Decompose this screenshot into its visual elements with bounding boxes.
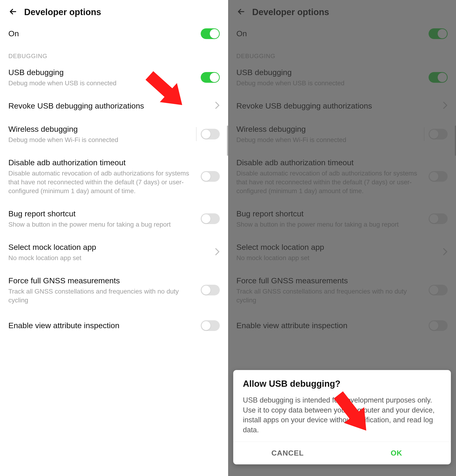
usb-debugging-sub: Debug mode when USB is connected (8, 79, 196, 88)
page-title: Developer options (24, 7, 101, 17)
bug-shortcut-title: Bug report shortcut (8, 208, 196, 219)
adb-timeout-row[interactable]: Disable adb authorization timeout Disabl… (8, 151, 220, 202)
gnss-title: Force full GNSS measurements (8, 275, 196, 286)
wireless-debugging-row[interactable]: Wireless debugging Debug mode when Wi-Fi… (8, 117, 220, 151)
bug-shortcut-sub: Show a button in the power menu for taki… (8, 220, 196, 229)
section-debugging-label: DEBUGGING (8, 52, 220, 60)
mock-loc-sub: No mock location app set (8, 254, 210, 262)
ok-button[interactable]: OK (342, 442, 451, 464)
toggle-on-icon[interactable] (201, 28, 220, 39)
developer-options-master-toggle[interactable]: On (8, 22, 220, 46)
cancel-button[interactable]: CANCEL (233, 442, 342, 464)
bug-shortcut-toggle[interactable] (201, 213, 220, 224)
dialog-title: Allow USB debugging? (243, 379, 441, 389)
chevron-right-icon (215, 101, 220, 110)
wireless-title: Wireless debugging (8, 124, 196, 134)
right-screenshot: Developer options On DEBUGGING USB debug… (228, 0, 456, 476)
left-screenshot: Developer options On DEBUGGING USB debug… (0, 0, 228, 476)
back-arrow-icon[interactable] (8, 7, 18, 17)
wireless-debug-toggle[interactable] (201, 129, 220, 139)
usb-debugging-row[interactable]: USB debugging Debug mode when USB is con… (8, 61, 220, 94)
revoke-usb-auth-row[interactable]: Revoke USB debugging authorizations (8, 94, 220, 117)
usb-debugging-title: USB debugging (8, 67, 196, 77)
adb-timeout-sub: Disable automatic revocation of adb auth… (8, 169, 196, 195)
view-attr-row[interactable]: Enable view attribute inspection (8, 311, 220, 331)
gnss-toggle[interactable] (201, 285, 220, 295)
mock-location-row[interactable]: Select mock location app No mock locatio… (8, 235, 220, 269)
dialog-body: USB debugging is intended for developmen… (243, 395, 441, 435)
header: Developer options (0, 0, 228, 22)
view-attr-toggle[interactable] (201, 320, 220, 331)
chevron-right-icon (215, 247, 220, 257)
master-toggle-label: On (8, 28, 196, 39)
revoke-title: Revoke USB debugging authorizations (8, 101, 210, 111)
mock-loc-title: Select mock location app (8, 242, 210, 252)
gnss-sub: Track all GNSS constellations and freque… (8, 287, 196, 305)
bug-report-shortcut-row[interactable]: Bug report shortcut Show a button in the… (8, 202, 220, 235)
view-attr-title: Enable view attribute inspection (8, 320, 196, 331)
usb-debugging-dialog: Allow USB debugging? USB debugging is in… (233, 370, 451, 464)
gnss-row[interactable]: Force full GNSS measurements Track all G… (8, 269, 220, 311)
divider-icon (196, 127, 197, 141)
usb-debugging-toggle[interactable] (201, 72, 220, 83)
wireless-sub: Debug mode when Wi-Fi is connected (8, 136, 196, 144)
adb-timeout-toggle[interactable] (201, 171, 220, 182)
adb-timeout-title: Disable adb authorization timeout (8, 157, 196, 168)
